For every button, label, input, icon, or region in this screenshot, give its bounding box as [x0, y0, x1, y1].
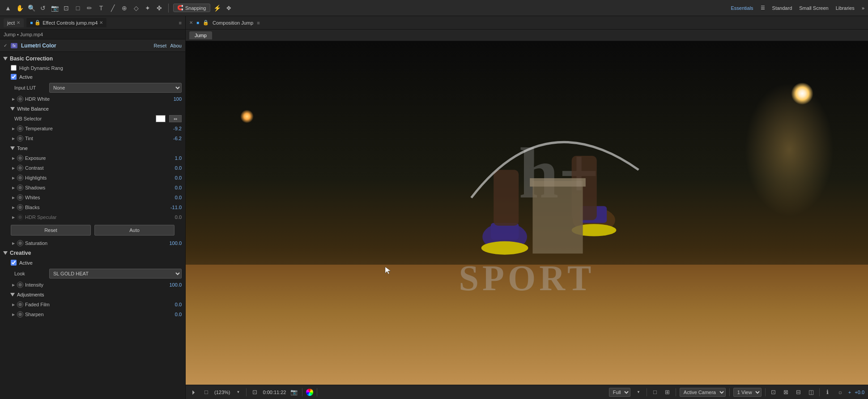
saturation-expand[interactable]: ▶ [11, 240, 16, 246]
pen-tool-icon[interactable]: ✏ [85, 4, 94, 13]
hdr-white-anim[interactable] [17, 96, 23, 102]
look-select[interactable]: SL GOLD HEAT [49, 269, 182, 279]
faded-film-value[interactable]: 0.0 [159, 302, 182, 307]
snap-extra-icon[interactable]: ❖ [225, 4, 234, 13]
effect-controls-tab[interactable]: ■ 🔒 Effect Controls jump.mp4 ✕ [26, 18, 106, 27]
exposure-icon[interactable]: ☼ [836, 388, 845, 397]
tint-anim[interactable] [17, 135, 23, 142]
shadows-expand[interactable]: ▶ [11, 185, 16, 190]
intensity-anim[interactable] [17, 282, 23, 288]
saturation-anim[interactable] [17, 240, 23, 246]
hdr-specular-value[interactable]: 0.0 [159, 215, 182, 220]
resolution-select[interactable]: Full [609, 388, 630, 397]
brush-tool-icon[interactable]: ╱ [108, 4, 117, 13]
white-balance-header[interactable]: White Balance [0, 104, 185, 114]
exposure-plus-value[interactable]: +0.0 [855, 390, 864, 395]
comp-tab-jump[interactable]: Jump [189, 31, 212, 39]
region-tool-icon[interactable]: ⊡ [62, 4, 71, 13]
about-link[interactable]: Abou [170, 43, 182, 48]
hdr-specular-expand[interactable]: ▶ [11, 215, 16, 220]
snap-options-icon[interactable]: ⚡ [213, 4, 222, 13]
hdr-specular-anim[interactable] [17, 214, 23, 220]
snapping-button[interactable]: 🧲 Snapping [173, 4, 210, 12]
faded-film-expand[interactable]: ▶ [11, 302, 16, 307]
input-lut-select[interactable]: None [49, 83, 182, 93]
highlights-anim[interactable] [17, 175, 23, 181]
transparency-icon[interactable]: ⊠ [782, 388, 791, 397]
camera-icon[interactable]: 📷 [50, 4, 59, 13]
layer-controls-icon[interactable]: ◫ [807, 388, 816, 397]
text-tool-icon[interactable]: T [97, 4, 106, 13]
project-tab-close[interactable]: ✕ [17, 20, 20, 25]
view3d-icon[interactable]: ⊟ [794, 388, 803, 397]
view-count-select[interactable]: 1 View [733, 388, 762, 397]
exposure-expand[interactable]: ▶ [11, 155, 16, 161]
saturation-value[interactable]: 100.0 [159, 240, 182, 246]
active-checkbox[interactable] [11, 74, 17, 80]
shadows-value[interactable]: 0.0 [159, 185, 182, 190]
reset-button[interactable]: Reset [11, 225, 91, 236]
close-icon[interactable]: ✕ [189, 20, 193, 25]
creative-active-checkbox[interactable] [11, 260, 17, 266]
zoom-tool-icon[interactable]: 🔍 [27, 4, 36, 13]
exposure-anim[interactable] [17, 155, 23, 161]
zoom-display[interactable]: (123%) [214, 390, 230, 395]
extend-icon[interactable]: » [862, 5, 864, 11]
preview-icon[interactable]: □ [202, 388, 211, 397]
arrow-tool-icon[interactable]: ▲ [4, 4, 13, 13]
contrast-expand[interactable]: ▶ [11, 165, 16, 171]
highlights-expand[interactable]: ▶ [11, 175, 16, 180]
grid-icon[interactable]: ⊞ [663, 388, 672, 397]
menu-icon[interactable]: ☰ [761, 5, 765, 11]
exposure-value[interactable]: 1.0 [159, 155, 182, 161]
camera-view-select[interactable]: Active Camera [680, 388, 726, 397]
hdr-white-expand[interactable]: ▶ [11, 96, 16, 102]
temperature-anim[interactable] [17, 125, 23, 132]
nav-libraries[interactable]: Libraries [836, 5, 855, 11]
contrast-value[interactable]: 0.0 [159, 165, 182, 171]
intensity-value[interactable]: 100.0 [159, 282, 182, 287]
temperature-expand[interactable]: ▶ [11, 126, 16, 131]
rect-tool-icon[interactable]: □ [73, 4, 82, 13]
auto-button[interactable]: Auto [94, 225, 174, 236]
roto-tool-icon[interactable]: ✦ [143, 4, 152, 13]
sharpen-value[interactable]: 0.0 [159, 312, 182, 317]
adjustments-header[interactable]: Adjustments [0, 290, 185, 300]
reset-link[interactable]: Reset [154, 43, 167, 48]
creative-section-header[interactable]: Creative [0, 248, 185, 258]
project-tab[interactable]: ject ✕ [4, 18, 24, 27]
camera-snapshot-icon[interactable]: 📷 [289, 388, 298, 397]
panel-menu-button[interactable]: ≡ [179, 20, 182, 26]
whites-anim[interactable] [17, 194, 23, 201]
zoom-dropdown-icon[interactable]: ▼ [234, 388, 243, 397]
shadows-anim[interactable] [17, 184, 23, 191]
puppet-tool-icon[interactable]: ✤ [155, 4, 164, 13]
nav-standard[interactable]: Standard [772, 5, 792, 11]
temperature-value[interactable]: -9.2 [159, 126, 182, 131]
highlights-value[interactable]: 0.0 [159, 175, 182, 180]
view-options-icon[interactable]: □ [651, 388, 660, 397]
timecode-display[interactable]: 0:00:11:22 [263, 390, 286, 395]
wb-color-swatch[interactable] [156, 115, 166, 122]
hdr-checkbox[interactable] [11, 65, 17, 71]
blacks-value[interactable]: -11.0 [159, 205, 182, 210]
nav-essentials[interactable]: Essentials [731, 5, 753, 11]
whites-expand[interactable]: ▶ [11, 195, 16, 200]
tone-section-header[interactable]: Tone [0, 143, 185, 153]
wb-eyedropper[interactable]: ⇔ [169, 115, 182, 122]
faded-film-anim[interactable] [17, 301, 23, 308]
resolution-dropdown-icon[interactable]: ▼ [634, 388, 643, 397]
basic-correction-section-header[interactable]: Basic Correction [0, 54, 185, 64]
clone-tool-icon[interactable]: ⊕ [120, 4, 129, 13]
frame-icon[interactable]: ⊡ [250, 388, 259, 397]
rotate-tool-icon[interactable]: ↺ [38, 4, 47, 13]
tint-value[interactable]: -6.2 [159, 136, 182, 141]
blacks-anim[interactable] [17, 204, 23, 210]
color-picker-icon[interactable] [306, 389, 313, 396]
hand-tool-icon[interactable]: ✋ [15, 4, 24, 13]
blacks-expand[interactable]: ▶ [11, 205, 16, 210]
info-icon[interactable]: ℹ [823, 388, 832, 397]
whites-value[interactable]: 0.0 [159, 195, 182, 200]
safe-margins-icon[interactable]: ⊡ [769, 388, 778, 397]
nav-small-screen[interactable]: Small Screen [799, 5, 828, 11]
